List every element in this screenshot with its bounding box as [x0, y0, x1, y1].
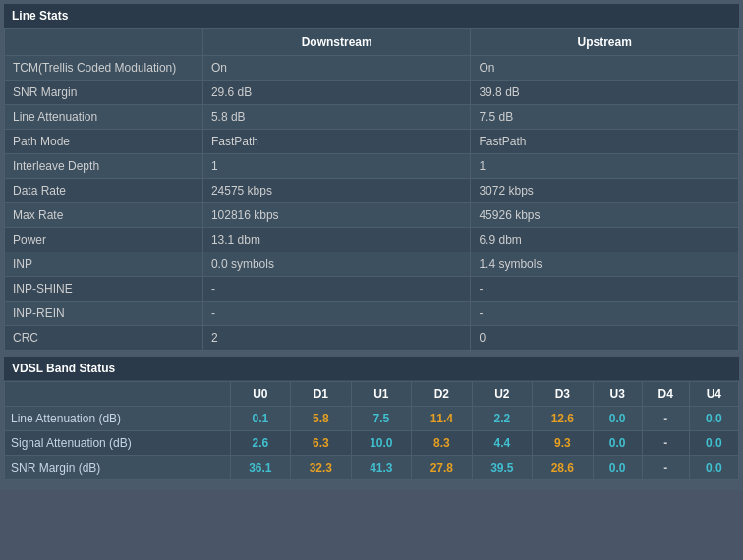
row-label: CRC	[5, 326, 203, 351]
line-stats-table: Downstream Upstream TCM(Trellis Coded Mo…	[4, 28, 739, 351]
row-downstream: 2	[202, 326, 471, 351]
vdsl-table: U0D1U1D2U2D3U3D4U4 Line Attenuation (dB)…	[4, 381, 739, 480]
table-row: Data Rate24575 kbps3072 kbps	[5, 179, 739, 203]
vdsl-cell: -	[642, 407, 689, 431]
vdsl-col-D3-header: D3	[533, 382, 594, 407]
row-downstream: -	[202, 302, 471, 326]
table-row: CRC20	[5, 326, 739, 351]
vdsl-cell: 12.6	[533, 407, 594, 431]
row-upstream: 45926 kbps	[471, 203, 739, 228]
vdsl-col-D1-header: D1	[291, 382, 352, 407]
line-stats-header: Line Stats	[4, 4, 739, 28]
vdsl-row-label: Line Attenuation (dB)	[5, 407, 231, 431]
col-upstream-header: Upstream	[471, 29, 739, 56]
row-upstream: 1	[471, 154, 739, 179]
vdsl-col-U1-header: U1	[351, 382, 412, 407]
col-label-header	[5, 29, 203, 56]
vdsl-cell: 41.3	[351, 456, 412, 480]
row-label: Data Rate	[5, 179, 203, 203]
vdsl-cell: 9.3	[533, 431, 594, 456]
vdsl-cell: 28.6	[533, 456, 594, 480]
vdsl-col-D2-header: D2	[412, 382, 473, 407]
line-stats-title: Line Stats	[12, 9, 68, 23]
row-label: SNR Margin	[5, 81, 203, 105]
vdsl-col-U3-header: U3	[593, 382, 642, 407]
row-downstream: On	[202, 56, 471, 81]
row-downstream: 24575 kbps	[202, 179, 471, 203]
row-upstream: -	[471, 277, 739, 302]
row-downstream: 102816 kbps	[202, 203, 471, 228]
line-stats-section: Line Stats Downstream Upstream TCM(Trell…	[4, 4, 739, 351]
vdsl-cell: 2.6	[230, 431, 291, 456]
row-upstream: 7.5 dB	[471, 105, 739, 130]
table-row: INP0.0 symbols1.4 symbols	[5, 252, 739, 277]
vdsl-cell: 0.0	[593, 407, 642, 431]
table-row: TCM(Trellis Coded Modulation)OnOn	[5, 56, 739, 81]
row-label: Path Mode	[5, 130, 203, 154]
row-upstream: 0	[471, 326, 739, 351]
table-row: INP-SHINE--	[5, 277, 739, 302]
table-row: Signal Attenuation (dB)2.66.310.08.34.49…	[5, 431, 739, 456]
row-label: INP	[5, 252, 203, 277]
vdsl-cell: 5.8	[291, 407, 352, 431]
vdsl-cell: 8.3	[412, 431, 473, 456]
row-upstream: On	[471, 56, 739, 81]
row-upstream: -	[471, 302, 739, 326]
row-downstream: -	[202, 277, 471, 302]
table-row: Line Attenuation5.8 dB7.5 dB	[5, 105, 739, 130]
row-upstream: FastPath	[471, 130, 739, 154]
row-label: TCM(Trellis Coded Modulation)	[5, 56, 203, 81]
row-downstream: 1	[202, 154, 471, 179]
table-row: Max Rate102816 kbps45926 kbps	[5, 203, 739, 228]
row-downstream: 5.8 dB	[202, 105, 471, 130]
vdsl-cell: 0.1	[230, 407, 291, 431]
row-downstream: 13.1 dbm	[202, 228, 471, 252]
page-wrapper: Line Stats Downstream Upstream TCM(Trell…	[0, 0, 743, 490]
row-label: INP-REIN	[5, 302, 203, 326]
row-label: INP-SHINE	[5, 277, 203, 302]
row-label: Max Rate	[5, 203, 203, 228]
vdsl-cell: 4.4	[472, 431, 533, 456]
vdsl-band-title: VDSL Band Status	[12, 362, 115, 375]
vdsl-cell: 39.5	[472, 456, 533, 480]
table-row: INP-REIN--	[5, 302, 739, 326]
vdsl-cell: 36.1	[230, 456, 291, 480]
table-row: Power13.1 dbm6.9 dbm	[5, 228, 739, 252]
vdsl-cell: 0.0	[689, 456, 738, 480]
row-upstream: 3072 kbps	[471, 179, 739, 203]
vdsl-cell: 0.0	[593, 456, 642, 480]
vdsl-band-header: VDSL Band Status	[4, 357, 739, 381]
vdsl-band-section: VDSL Band Status U0D1U1D2U2D3U3D4U4 Line…	[4, 357, 739, 480]
table-row: Line Attenuation (dB)0.15.87.511.42.212.…	[5, 407, 739, 431]
vdsl-cell: 11.4	[412, 407, 473, 431]
vdsl-cell: 0.0	[689, 431, 738, 456]
row-label: Power	[5, 228, 203, 252]
table-row: Path ModeFastPathFastPath	[5, 130, 739, 154]
row-downstream: 29.6 dB	[202, 81, 471, 105]
row-upstream: 6.9 dbm	[471, 228, 739, 252]
table-row: SNR Margin29.6 dB39.8 dB	[5, 81, 739, 105]
table-row: SNR Margin (dB)36.132.341.327.839.528.60…	[5, 456, 739, 480]
vdsl-cell: 6.3	[291, 431, 352, 456]
vdsl-row-label: Signal Attenuation (dB)	[5, 431, 231, 456]
vdsl-cell: 32.3	[291, 456, 352, 480]
row-downstream: FastPath	[202, 130, 471, 154]
vdsl-cell: 10.0	[351, 431, 412, 456]
col-downstream-header: Downstream	[202, 29, 471, 56]
vdsl-col-D4-header: D4	[642, 382, 689, 407]
vdsl-cell: -	[642, 456, 689, 480]
vdsl-cell: 0.0	[593, 431, 642, 456]
vdsl-cell: 0.0	[689, 407, 738, 431]
vdsl-cell: 2.2	[472, 407, 533, 431]
vdsl-cell: -	[642, 431, 689, 456]
vdsl-col-U2-header: U2	[472, 382, 533, 407]
vdsl-row-label: SNR Margin (dB)	[5, 456, 231, 480]
row-upstream: 1.4 symbols	[471, 252, 739, 277]
vdsl-col-label-header	[5, 382, 231, 407]
vdsl-col-U4-header: U4	[689, 382, 738, 407]
vdsl-col-U0-header: U0	[230, 382, 291, 407]
vdsl-cell: 27.8	[412, 456, 473, 480]
vdsl-cell: 7.5	[351, 407, 412, 431]
row-label: Interleave Depth	[5, 154, 203, 179]
row-label: Line Attenuation	[5, 105, 203, 130]
